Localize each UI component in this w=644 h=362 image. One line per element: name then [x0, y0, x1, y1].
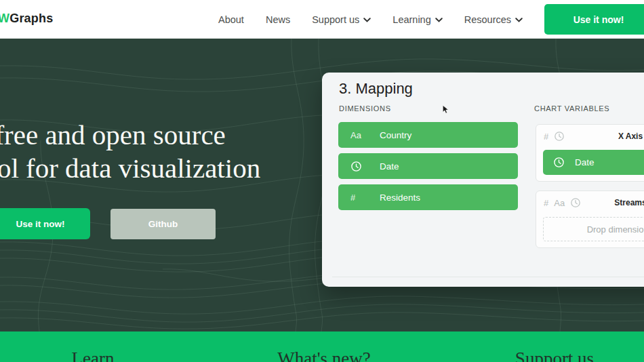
text-type-icon: Aa	[350, 130, 365, 140]
hero-heading: a free and open source tool for data vis…	[0, 119, 260, 185]
slot-header: # Aa Streams	[536, 191, 644, 216]
use-it-now-button-hero[interactable]: Use it now!	[0, 208, 90, 239]
chevron-down-icon	[515, 18, 523, 22]
mapping-step-card: 3. Mapping DIMENSIONS CHART VARIABLES Aa…	[322, 73, 644, 287]
hero-heading-line-1: a free and open source	[0, 119, 260, 152]
assigned-dimension-pill-date[interactable]: Date	[543, 150, 644, 175]
top-navigation-bar: WGraphs About News Support us Learning R…	[0, 0, 644, 39]
footer-column-learn[interactable]: Learn	[72, 348, 115, 362]
dimension-label: Residents	[380, 193, 420, 203]
slot-header: # X Axis	[536, 125, 644, 149]
nav-label: Resources	[464, 14, 511, 25]
nav-label: News	[266, 14, 290, 25]
github-button[interactable]: Github	[110, 209, 216, 239]
mapping-step-title: 3. Mapping	[339, 80, 413, 98]
dimension-label: Country	[380, 130, 411, 140]
chart-variable-slot-x-axis[interactable]: # X Axis Date	[536, 124, 644, 182]
slot-name: X Axis	[536, 132, 644, 141]
use-it-now-button-header[interactable]: Use it now!	[544, 4, 644, 35]
logo-rest: Graphs	[9, 12, 53, 25]
number-type-icon: #	[350, 193, 365, 203]
hero-buttons: Use it now! Github	[0, 208, 285, 239]
main-nav: About News Support us Learning Resources	[218, 0, 523, 39]
chart-variable-slot-streams[interactable]: # Aa Streams Drop dimension here	[536, 190, 644, 248]
dimension-label: Date	[380, 161, 399, 172]
nav-item-support-us[interactable]: Support us	[312, 14, 371, 25]
nav-label: About	[218, 14, 244, 25]
nav-item-learning[interactable]: Learning	[393, 14, 442, 25]
nav-label: Learning	[393, 14, 430, 25]
dimensions-heading: DIMENSIONS	[339, 104, 391, 113]
footer-column-whats-new[interactable]: What's new?	[277, 348, 371, 362]
nav-item-news[interactable]: News	[266, 14, 290, 25]
slot-name: Streams	[536, 198, 644, 207]
chevron-down-icon	[363, 18, 371, 22]
nav-label: Support us	[312, 14, 359, 25]
nav-item-about[interactable]: About	[218, 14, 244, 25]
hero-heading-line-2: tool for data visualization	[0, 152, 260, 185]
dimension-pill-date[interactable]: Date	[338, 153, 518, 179]
chevron-down-icon	[435, 18, 443, 22]
chart-variables-heading: CHART VARIABLES	[534, 104, 609, 113]
logo-prefix: W	[0, 12, 9, 25]
nav-item-resources[interactable]: Resources	[464, 14, 523, 25]
assigned-dimension-label: Date	[575, 157, 595, 167]
date-type-icon	[350, 161, 365, 172]
footer-section: Learn What's new? Support us	[0, 331, 644, 362]
card-divider	[332, 277, 644, 277]
date-type-icon	[553, 157, 565, 168]
rawgraphs-logo[interactable]: WGraphs	[0, 12, 53, 26]
drop-dimension-zone[interactable]: Drop dimension here	[543, 217, 644, 241]
footer-column-support-us[interactable]: Support us	[515, 348, 594, 362]
dimension-pill-country[interactable]: Aa Country	[338, 122, 518, 148]
dimension-pill-residents[interactable]: # Residents	[338, 184, 518, 210]
hero-section: a free and open source tool for data vis…	[0, 39, 644, 331]
